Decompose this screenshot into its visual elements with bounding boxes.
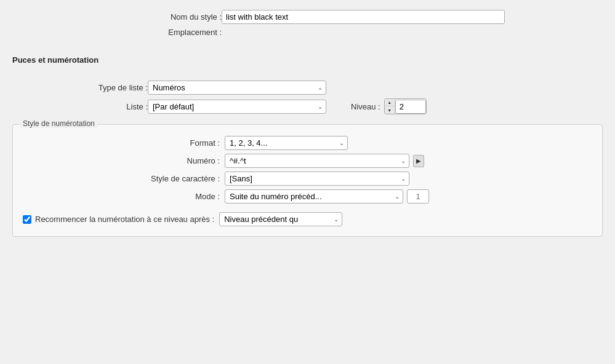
liste-niveau-row: Liste : [Par défaut] ⌄ Niveau : ▲ ▼: [12, 98, 603, 114]
recommencer-checkbox[interactable]: [23, 215, 31, 224]
format-select-wrapper: 1, 2, 3, 4... ⌄: [225, 136, 348, 150]
nom-du-style-row: Nom du style :: [12, 10, 603, 24]
mode-row: Mode : Suite du numéro précéd... ⌄: [23, 189, 592, 204]
type-liste-select-wrapper: Numéros ⌄: [148, 81, 326, 95]
niveau-spinner-buttons: ▲ ▼: [385, 99, 395, 114]
numero-label: Numéro :: [23, 156, 220, 165]
emplacement-label: Emplacement :: [12, 28, 222, 37]
recommencer-select[interactable]: Niveau précédent qu: [219, 212, 342, 226]
style-caractere-select[interactable]: [Sans]: [225, 172, 409, 186]
nom-du-style-input[interactable]: [222, 10, 505, 24]
style-numerotation-section: Style de numérotation Format : 1, 2, 3, …: [12, 124, 603, 237]
niveau-spinner: ▲ ▼: [384, 98, 427, 114]
section-puces-title: Puces et numérotation: [12, 55, 603, 65]
numero-select-wrapper: ^#.^t ⌄: [225, 154, 409, 168]
numero-group: ^#.^t ⌄ ▶: [220, 154, 424, 168]
numero-expand-button[interactable]: ▶: [413, 155, 424, 167]
niveau-decrement-button[interactable]: ▼: [385, 106, 395, 114]
emplacement-row: Emplacement :: [12, 28, 603, 37]
format-row: Format : 1, 2, 3, 4... ⌄: [23, 136, 592, 150]
liste-select-wrapper: [Par défaut] ⌄: [148, 100, 326, 114]
niveau-label: Niveau :: [351, 102, 380, 111]
liste-select[interactable]: [Par défaut]: [148, 100, 326, 114]
mode-select[interactable]: Suite du numéro précéd...: [225, 189, 403, 204]
type-liste-row: Type de liste : Numéros ⌄: [12, 81, 603, 95]
niveau-input[interactable]: [395, 100, 426, 114]
nom-du-style-label: Nom du style :: [12, 12, 222, 22]
numero-row: Numéro : ^#.^t ⌄ ▶: [23, 154, 592, 168]
format-select[interactable]: 1, 2, 3, 4...: [225, 136, 348, 150]
recommencer-select-wrapper: Niveau précédent qu ⌄: [219, 212, 342, 226]
style-caractere-select-wrapper: [Sans] ⌄: [225, 172, 409, 186]
niveau-group: Niveau : ▲ ▼: [351, 98, 427, 114]
mode-label: Mode :: [23, 192, 220, 201]
recommencer-label: Recommencer la numérotation à ce niveau …: [35, 215, 214, 224]
type-liste-select[interactable]: Numéros: [148, 81, 326, 95]
mode-select-wrapper: Suite du numéro précéd... ⌄: [225, 189, 403, 204]
niveau-increment-button[interactable]: ▲: [385, 99, 395, 106]
style-caractere-row: Style de caractère : [Sans] ⌄: [23, 172, 592, 186]
recommencer-checkbox-row: Recommencer la numérotation à ce niveau …: [23, 212, 592, 226]
liste-label: Liste :: [12, 102, 148, 111]
numero-select[interactable]: ^#.^t: [225, 154, 409, 168]
mode-group: Suite du numéro précéd... ⌄: [225, 189, 429, 204]
type-liste-label: Type de liste :: [12, 83, 148, 92]
style-caractere-label: Style de caractère :: [23, 174, 220, 183]
format-label: Format :: [23, 138, 220, 148]
mode-number-input: [407, 189, 429, 204]
style-numerotation-title: Style de numérotation: [20, 119, 97, 128]
